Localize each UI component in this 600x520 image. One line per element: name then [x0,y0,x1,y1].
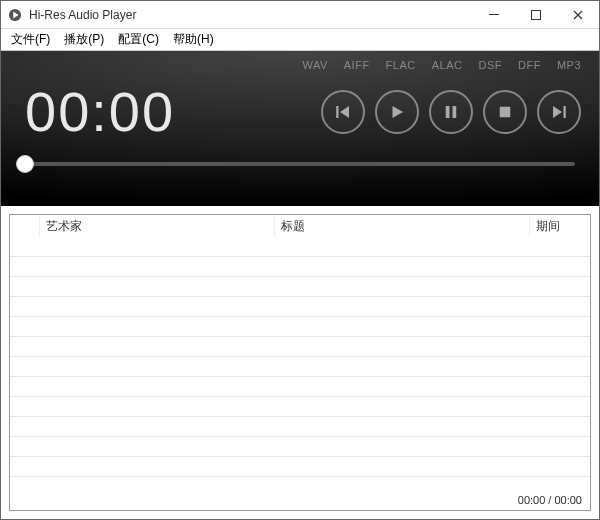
playlist-header: 艺术家 标题 期间 [10,215,590,237]
svg-rect-3 [532,10,541,19]
column-duration[interactable]: 期间 [530,215,590,237]
window-controls [473,1,599,29]
title-bar: Hi-Res Audio Player [1,1,599,29]
format-aiff: AIFF [344,59,370,71]
player-main-row: 00:00 [19,79,581,144]
playlist: 艺术家 标题 期间 00:00 / 00:00 [9,214,591,511]
progress-handle[interactable] [16,155,34,173]
svg-rect-4 [336,106,338,118]
playlist-body[interactable] [10,237,590,490]
window-title: Hi-Res Audio Player [29,8,473,22]
progress-bar[interactable] [25,162,575,166]
maximize-button[interactable] [515,1,557,29]
stop-button[interactable] [483,90,527,134]
pause-button[interactable] [429,90,473,134]
format-dsf: DSF [478,59,502,71]
column-handle[interactable] [10,215,40,237]
format-mp3: MP3 [557,59,581,71]
menu-file[interactable]: 文件(F) [5,29,56,50]
svg-rect-9 [500,106,511,117]
menu-play[interactable]: 播放(P) [58,29,110,50]
format-dff: DFF [518,59,541,71]
menu-bar: 文件(F) 播放(P) 配置(C) 帮助(H) [1,29,599,51]
time-display: 00:00 [19,79,311,144]
format-flac: FLAC [386,59,416,71]
format-wav: WAV [302,59,327,71]
minimize-button[interactable] [473,1,515,29]
svg-rect-7 [446,106,450,118]
svg-rect-2 [489,14,499,15]
close-button[interactable] [557,1,599,29]
svg-marker-5 [340,106,349,118]
column-title[interactable]: 标题 [275,215,530,237]
menu-help[interactable]: 帮助(H) [167,29,220,50]
svg-marker-6 [393,106,404,118]
menu-config[interactable]: 配置(C) [112,29,165,50]
next-button[interactable] [537,90,581,134]
format-alac: ALAC [432,59,463,71]
position-counter: 00:00 / 00:00 [518,494,582,506]
format-indicators: WAV AIFF FLAC ALAC DSF DFF MP3 [19,59,581,71]
transport-controls [321,90,581,134]
svg-rect-8 [453,106,457,118]
status-bar: 00:00 / 00:00 [10,490,590,510]
previous-button[interactable] [321,90,365,134]
play-button[interactable] [375,90,419,134]
column-artist[interactable]: 艺术家 [40,215,275,237]
svg-rect-11 [564,106,566,118]
svg-marker-10 [553,106,562,118]
player-panel: WAV AIFF FLAC ALAC DSF DFF MP3 00:00 [1,51,599,206]
app-icon [7,7,23,23]
